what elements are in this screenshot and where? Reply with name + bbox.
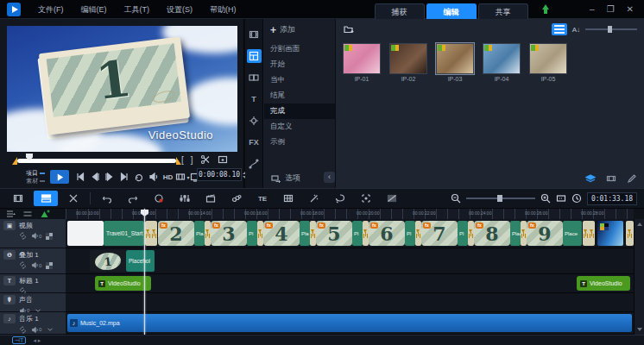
template-item[interactable]: IP-01 (343, 43, 381, 82)
clip-trans[interactable] (257, 221, 263, 246)
enlarge-preview-button[interactable] (218, 154, 228, 165)
add-track-icon[interactable] (39, 209, 50, 219)
clip-number[interactable]: fx5 (316, 221, 352, 246)
add-category-button[interactable]: + 添加 (264, 19, 335, 41)
clip-trans[interactable] (583, 221, 595, 246)
mode-project-label[interactable]: 项目 (26, 170, 38, 176)
project-duration[interactable]: 0:01:33.18 (587, 192, 637, 205)
clip-mini[interactable]: Pl (458, 221, 468, 246)
clip-mini[interactable]: Pl (405, 221, 415, 246)
collapse-panel-button[interactable]: ‹ (324, 172, 335, 183)
clip-number[interactable]: fx6 (369, 221, 405, 246)
track-chev-icon[interactable] (46, 325, 54, 334)
clip-ending[interactable] (597, 221, 623, 246)
thumbnail-size-slider[interactable] (585, 25, 637, 34)
clip-trans[interactable] (363, 221, 369, 246)
clip-trans[interactable] (205, 221, 211, 246)
window-close-button[interactable]: ✕ (627, 4, 634, 14)
edit-view-icon[interactable] (625, 173, 639, 184)
library-view-icon[interactable] (584, 173, 597, 184)
clip-number[interactable]: fx2 (158, 221, 194, 246)
category-结尾[interactable]: 结尾 (264, 88, 335, 104)
painting-creator-button[interactable] (304, 191, 325, 206)
track-header-视频[interactable]: ▣视频0 (0, 219, 66, 248)
video-preview[interactable]: 1 VideoStudio (7, 26, 237, 152)
menu-item-0[interactable]: 文件(F) (29, 0, 73, 19)
volume-button[interactable] (146, 170, 161, 184)
mark-out-button[interactable]: ] (191, 155, 193, 165)
nav-arrows-icon[interactable]: ◂ ▸ (33, 337, 41, 344)
track-manager-button[interactable] (278, 191, 299, 206)
undo-button[interactable] (97, 191, 117, 206)
track-row-overlay[interactable]: 1Placehol (66, 248, 634, 274)
clip-photo[interactable]: 1 (90, 250, 126, 272)
track-list-icon[interactable] (5, 209, 16, 219)
template-item[interactable]: IP-04 (483, 43, 521, 82)
track-vol-icon[interactable]: 0 (31, 326, 41, 334)
transition-icon[interactable] (247, 71, 262, 85)
batch-convert-button[interactable] (63, 191, 84, 206)
mask-creator-button[interactable] (382, 191, 402, 206)
clip-teal[interactable]: Placehol (126, 250, 155, 272)
motion-path-icon[interactable] (247, 157, 262, 171)
tab-共享[interactable]: 共享 (478, 3, 528, 19)
clip-number[interactable]: fx8 (474, 221, 510, 246)
track-vol-icon[interactable]: 0 (31, 261, 41, 269)
template-item[interactable]: IP-02 (389, 43, 427, 82)
tab-编辑[interactable]: 编辑 (426, 3, 477, 19)
category-示例[interactable]: 示例 (264, 135, 335, 150)
clip-title[interactable]: TVideoStudio (95, 276, 151, 291)
subtitle-editor-button[interactable]: TE (252, 191, 273, 206)
track-row-music[interactable]: ♪Music_02.mpa (66, 312, 634, 335)
title-icon[interactable]: T (247, 92, 262, 106)
graphic-icon[interactable] (247, 114, 262, 128)
track-options-icon[interactable] (22, 209, 33, 219)
play-button[interactable] (50, 170, 69, 184)
sort-icon[interactable]: A↓ (572, 26, 580, 34)
next-frame-button[interactable] (102, 170, 117, 184)
category-当中[interactable]: 当中 (264, 72, 335, 88)
storyboard-view-button[interactable] (8, 191, 28, 206)
prev-frame-button[interactable] (87, 170, 102, 184)
tab-捕获[interactable]: 捕获 (375, 3, 425, 19)
clip-trans[interactable] (521, 221, 527, 246)
preview-scrubber[interactable] (12, 157, 181, 166)
track-row-title[interactable]: TVideoStudioTVideoStudio (66, 274, 634, 293)
hd-toggle[interactable]: HD (161, 170, 175, 184)
instant-project-icon[interactable] (247, 49, 262, 63)
track-checker-icon[interactable] (46, 233, 53, 240)
menu-item-2[interactable]: 工具(T) (116, 0, 159, 19)
home-button[interactable] (73, 170, 87, 184)
mark-in-button[interactable]: [ (181, 155, 184, 165)
zoom-out-button[interactable] (451, 193, 461, 204)
category-完成[interactable]: 完成 (264, 104, 335, 119)
scrub-track[interactable] (17, 159, 176, 163)
time-remap-button[interactable] (356, 191, 376, 206)
clip-mini[interactable]: Plac (510, 221, 521, 246)
template-item[interactable]: IP-03 (436, 43, 474, 82)
category-自定义[interactable]: 自定义 (264, 119, 335, 135)
media-library-icon[interactable] (247, 28, 262, 41)
track-row-voice[interactable] (66, 293, 634, 312)
end-button[interactable] (117, 170, 131, 184)
track-vol-icon[interactable]: 0 (31, 232, 41, 240)
mode-toggle[interactable]: 项目 素材 (26, 170, 45, 184)
speech-to-text-button[interactable] (330, 191, 350, 206)
redo-button[interactable] (123, 191, 143, 206)
clip-mini[interactable]: Pla (194, 221, 205, 246)
track-header-标题 1[interactable]: T标题 1 (0, 274, 66, 293)
clip-mini[interactable]: Pla (300, 221, 310, 246)
track-header-声音[interactable]: 🎙声音0 (0, 293, 66, 312)
sound-mixer-button[interactable] (174, 191, 195, 206)
menu-item-4[interactable]: 帮助(H) (201, 0, 245, 19)
track-header-叠加 1[interactable]: ❶叠加 10 (0, 248, 66, 274)
options-button[interactable]: 选项 (264, 172, 300, 184)
clip-green[interactable]: Travel01_Start (104, 221, 144, 246)
clip-trans[interactable] (468, 221, 474, 246)
clip-number[interactable]: fx9 (527, 221, 563, 246)
clip-mini[interactable]: Pl (352, 221, 363, 246)
track-checker-icon[interactable] (46, 262, 53, 269)
timeline-view-button[interactable] (34, 191, 58, 206)
import-folder-icon[interactable] (343, 24, 354, 34)
clip-number[interactable]: fx4 (263, 221, 300, 246)
